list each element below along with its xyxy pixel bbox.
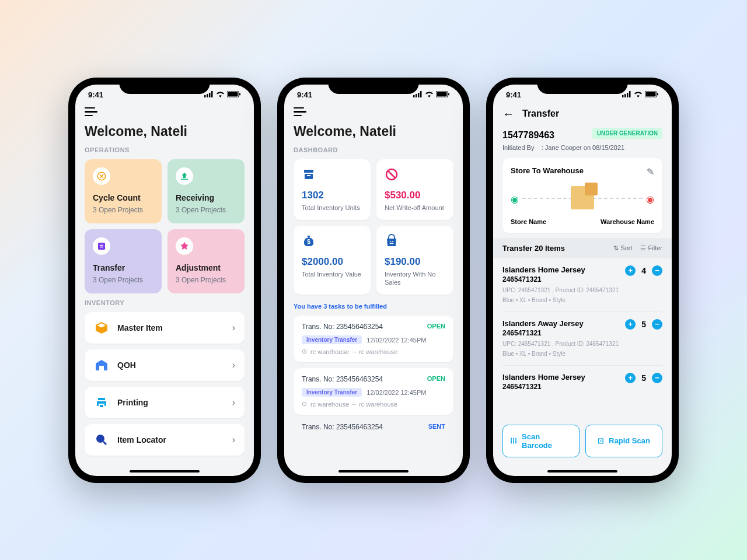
- home-indicator[interactable]: [130, 470, 200, 473]
- edit-button[interactable]: ✎: [647, 166, 654, 177]
- notch: [329, 78, 419, 94]
- inv-qoh[interactable]: QOH ›: [85, 349, 245, 381]
- cycle-icon: [93, 167, 110, 185]
- qty-minus-button[interactable]: −: [652, 319, 662, 330]
- card-inventory-value[interactable]: $ $2000.00 Total Inventory Value: [294, 226, 371, 295]
- initiated-by: Initiated By : Jane Cooper on 08/15/2021: [502, 144, 662, 151]
- phone-home: 9:41 Welcome, Nateli OPERATIONS C: [68, 78, 261, 483]
- svg-rect-6: [239, 93, 240, 95]
- chevron-right-icon: ›: [232, 435, 235, 445]
- print-icon: [94, 395, 109, 410]
- page-title: Transfer: [522, 108, 559, 119]
- card-no-sales[interactable]: $190.00 Inventory With No Sales: [376, 226, 453, 295]
- transfer-item[interactable]: Islanders Away Jersey 2465471321 + 5 − U…: [502, 312, 662, 366]
- blocked-icon: [385, 167, 401, 184]
- op-receiving[interactable]: Receiving 3 Open Projects: [167, 159, 245, 223]
- money-bag-icon: $: [302, 234, 318, 250]
- svg-text:$: $: [307, 239, 310, 245]
- svg-rect-24: [622, 95, 624, 97]
- box-icon: [94, 320, 109, 335]
- welcome-heading: Welcome, Nateli: [85, 124, 245, 139]
- sort-button[interactable]: ⇅ Sort: [613, 244, 632, 252]
- inv-printing[interactable]: Printing ›: [85, 387, 245, 418]
- transfer-icon: [93, 237, 110, 255]
- svg-rect-3: [211, 91, 213, 97]
- svg-rect-13: [420, 91, 422, 97]
- barcode-icon: ⁞⁞⁞: [510, 436, 517, 445]
- inventory-heading: INVENTORY: [85, 299, 245, 306]
- status-time: 9:41: [297, 90, 312, 99]
- notch: [537, 78, 628, 94]
- status-time: 9:41: [506, 90, 521, 99]
- back-button[interactable]: ←: [502, 107, 514, 121]
- home-indicator[interactable]: [547, 470, 617, 473]
- dest-name: Warehouse Name: [601, 218, 654, 225]
- svg-rect-16: [448, 93, 449, 95]
- svg-rect-1: [207, 94, 208, 97]
- chevron-right-icon: ›: [232, 323, 235, 333]
- pin-icon: ⊙: [302, 348, 307, 355]
- svg-rect-11: [416, 94, 417, 97]
- inv-item-locator[interactable]: Item Locator ›: [85, 424, 245, 456]
- scan-barcode-button[interactable]: ⁞⁞⁞ Scan Barcode: [502, 425, 580, 457]
- locator-icon: [94, 432, 109, 447]
- bag-icon: [385, 234, 401, 250]
- svg-rect-19: [307, 175, 310, 176]
- svg-rect-26: [627, 93, 629, 97]
- svg-rect-2: [209, 93, 211, 97]
- package-icon: [571, 186, 594, 209]
- transfer-item[interactable]: Islanders Home Jersey 2465471321 + 5 −: [502, 366, 662, 399]
- archive-icon: [302, 167, 318, 184]
- dest-pin-icon: ◉: [646, 194, 654, 202]
- op-transfer[interactable]: Transfer 3 Open Projects: [85, 229, 162, 293]
- battery-icon: [436, 90, 450, 99]
- qty-minus-button[interactable]: −: [652, 265, 662, 276]
- svg-rect-12: [418, 93, 420, 97]
- origin-name: Store Name: [511, 218, 546, 225]
- chevron-right-icon: ›: [232, 360, 235, 370]
- qty-minus-button[interactable]: −: [652, 373, 662, 383]
- operations-heading: OPERATIONS: [85, 146, 245, 153]
- rapid-scan-button[interactable]: ⊡ Rapid Scan: [585, 425, 662, 457]
- task-item[interactable]: Trans. No: 235456463254OPEN Inventory Tr…: [294, 316, 453, 362]
- svg-point-9: [96, 435, 104, 443]
- svg-rect-15: [437, 92, 447, 96]
- svg-rect-10: [413, 95, 415, 97]
- menu-button[interactable]: [85, 107, 99, 118]
- battery-icon: [645, 90, 659, 99]
- svg-rect-30: [657, 93, 658, 95]
- wifi-icon: [425, 90, 434, 99]
- tasks-note: You have 3 tasks to be fulfilled: [294, 303, 453, 310]
- svg-point-23: [392, 241, 393, 242]
- qty-plus-button[interactable]: +: [625, 319, 636, 330]
- receiving-icon: [176, 167, 193, 185]
- qty-plus-button[interactable]: +: [625, 265, 636, 276]
- scan-icon: ⊡: [598, 436, 604, 445]
- transfer-item[interactable]: Islanders Home Jersey 2465471321 + 4 − U…: [502, 258, 662, 312]
- dashboard-heading: DASHBOARD: [294, 146, 453, 153]
- card-writeoff[interactable]: $530.00 Net Write-off Amount: [376, 159, 453, 220]
- svg-rect-8: [98, 243, 105, 250]
- transfer-id: 1547789463: [502, 130, 554, 141]
- qty-plus-button[interactable]: +: [625, 373, 636, 383]
- svg-rect-25: [624, 94, 626, 97]
- task-item[interactable]: Trans. No: 235456463254OPEN Inventory Tr…: [294, 368, 453, 415]
- origin-pin-icon: ◉: [511, 194, 519, 202]
- card-total-units[interactable]: 1302 Total Inventory Units: [294, 159, 371, 220]
- battery-icon: [227, 90, 241, 99]
- menu-button[interactable]: [294, 107, 308, 118]
- op-cycle-count[interactable]: Cycle Count 3 Open Projects: [85, 159, 162, 223]
- notch: [120, 78, 210, 94]
- op-adjustment[interactable]: Adjustment 3 Open Projects: [167, 229, 245, 293]
- status-time: 9:41: [88, 90, 103, 99]
- adjustment-icon: [176, 237, 193, 255]
- svg-rect-29: [646, 92, 656, 96]
- wifi-icon: [216, 90, 225, 99]
- chevron-right-icon: ›: [232, 397, 235, 408]
- items-heading: Transfer 20 Items: [502, 244, 565, 253]
- home-indicator[interactable]: [338, 470, 409, 473]
- svg-rect-5: [228, 92, 238, 96]
- warehouse-icon: [94, 358, 109, 373]
- filter-button[interactable]: ☰ Filter: [640, 244, 662, 252]
- inv-master-item[interactable]: Master Item ›: [85, 312, 245, 344]
